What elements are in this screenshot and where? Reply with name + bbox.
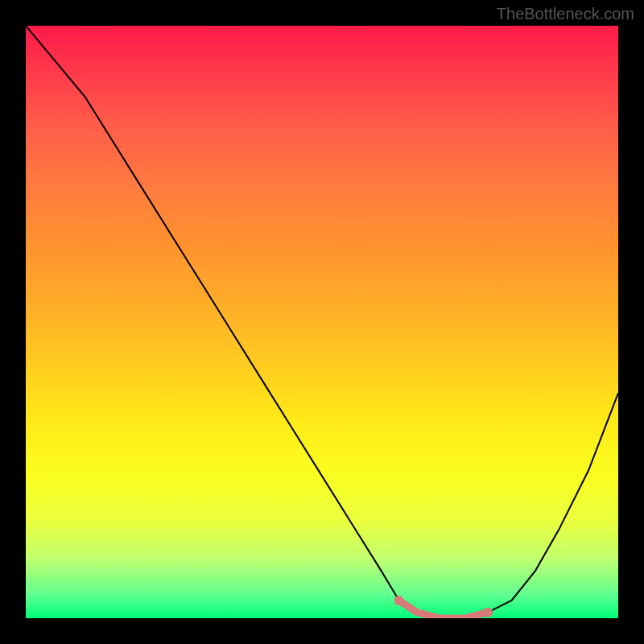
svg-point-0 <box>394 596 404 605</box>
watermark-text: TheBottleneck.com <box>497 5 634 23</box>
highlight-region <box>26 26 618 618</box>
plot-area <box>26 26 618 618</box>
svg-point-1 <box>483 608 493 617</box>
